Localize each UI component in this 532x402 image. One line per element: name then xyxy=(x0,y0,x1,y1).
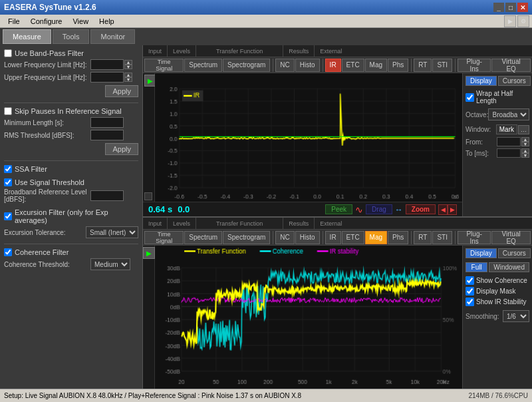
maximize-button[interactable]: □ xyxy=(505,3,516,12)
to-inner: To [ms]: 48.2 ▲ ▼ xyxy=(466,148,529,158)
top-btn-ir[interactable]: IR xyxy=(325,59,341,72)
tab-tools[interactable]: Tools xyxy=(53,29,90,44)
menubar-icon-2[interactable]: ⚙ xyxy=(517,15,529,27)
bot-results-header: Results xyxy=(283,218,315,229)
zoom-in-button[interactable]: ◀ xyxy=(438,204,448,215)
show-ir-label: Show IR Stability xyxy=(476,298,527,305)
ssa-checkbox[interactable] xyxy=(4,165,12,173)
signal-threshold-checkbox[interactable] xyxy=(4,178,12,186)
bot-btn-histo[interactable]: Histo xyxy=(295,231,320,244)
from-down[interactable]: ▼ xyxy=(521,142,529,146)
bot-btn-rt[interactable]: RT xyxy=(414,231,432,244)
top-btn-mag[interactable]: Mag xyxy=(365,59,387,72)
window-row: Window: Mark … xyxy=(466,124,529,134)
lower-freq-up[interactable]: ▲ xyxy=(124,60,132,65)
top-chart-inner: ▶ xyxy=(143,73,462,202)
bot-external-label: External xyxy=(320,220,342,227)
lower-freq-input[interactable]: 0 xyxy=(90,59,124,70)
top-chart-move[interactable] xyxy=(144,192,152,200)
menu-configure[interactable]: Configure xyxy=(25,15,68,27)
play-area: ▶ xyxy=(143,73,155,202)
peek-button[interactable]: Peek xyxy=(325,204,352,214)
windowed-button[interactable]: Windowed xyxy=(489,262,529,272)
smoothing-select[interactable]: Off 1/48 1/24 1/12 1/6 1/3 1/1 xyxy=(503,310,529,322)
bot-btn-virtualeq[interactable]: Virtual EQ xyxy=(491,231,531,244)
top-btn-rt[interactable]: RT xyxy=(414,59,432,72)
bot-cursors-tab[interactable]: Cursors xyxy=(498,248,531,258)
bot-btn-plugins[interactable]: Plug-Ins xyxy=(458,231,491,244)
top-btn-timesignal[interactable]: Time Signal xyxy=(144,59,184,72)
bot-btn-sti[interactable]: STI xyxy=(432,231,452,244)
top-btn-phs[interactable]: Phs xyxy=(388,59,408,72)
menu-file[interactable]: File xyxy=(3,15,25,27)
bot-play-button[interactable]: ▶ xyxy=(143,247,155,259)
to-input[interactable]: 48.2 xyxy=(497,148,521,158)
wrap-checkbox[interactable] xyxy=(466,93,474,102)
bot-btn-ir[interactable]: IR xyxy=(325,231,341,244)
window-btn[interactable]: … xyxy=(518,125,529,134)
to-down[interactable]: ▼ xyxy=(521,153,529,158)
top-cursors-tab[interactable]: Cursors xyxy=(498,76,531,86)
band-pass-apply-button[interactable]: Apply xyxy=(105,85,138,97)
bot-btn-timesignal[interactable]: Time Signal xyxy=(144,231,184,244)
from-input[interactable]: -1.8 xyxy=(497,137,521,146)
coherence-checkbox[interactable] xyxy=(4,248,12,256)
tab-monitor[interactable]: Monitor xyxy=(90,29,135,44)
bot-btn-spectrogram[interactable]: Spectrogram xyxy=(223,231,270,244)
close-button[interactable]: ✕ xyxy=(517,3,528,12)
to-input-wrap: 48.2 ▲ ▼ xyxy=(497,148,529,158)
zoom-out-button[interactable]: ▶ xyxy=(448,204,457,215)
drag-button[interactable]: Drag xyxy=(366,204,392,214)
top-transfer-btns: IR ETC Mag Phs xyxy=(325,59,412,72)
bot-btn-phs[interactable]: Phs xyxy=(388,231,408,244)
top-btn-spectrogram[interactable]: Spectrogram xyxy=(223,59,270,72)
bot-btn-nc[interactable]: NC xyxy=(275,231,294,244)
rms-threshold-input[interactable]: -60 xyxy=(90,130,124,140)
top-btn-spectrum[interactable]: Spectrum xyxy=(184,59,222,72)
band-pass-checkbox[interactable] xyxy=(4,49,12,57)
from-label: From: xyxy=(466,138,483,146)
band-pass-label: Use Band-Pass Filter xyxy=(15,49,84,57)
minimize-button[interactable]: _ xyxy=(493,3,504,12)
show-ir-checkbox[interactable] xyxy=(466,298,474,306)
full-button[interactable]: Full xyxy=(466,262,487,272)
skip-pauses-checkbox[interactable] xyxy=(4,107,12,115)
top-transfer-label: Transfer Function xyxy=(216,48,263,55)
top-btn-virtualeq[interactable]: Virtual EQ xyxy=(491,59,531,72)
bot-display-tab[interactable]: Display xyxy=(466,248,497,258)
zoom-button[interactable]: Zoom xyxy=(406,204,436,214)
top-btn-etc[interactable]: ETC xyxy=(342,59,364,72)
bot-btn-etc[interactable]: ETC xyxy=(342,231,364,244)
octave-select[interactable]: Broadband 1/1 1/3 1/6 1/12 xyxy=(488,108,529,120)
top-btn-histo[interactable]: Histo xyxy=(295,59,320,72)
top-btn-plugins[interactable]: Plug-Ins xyxy=(458,59,491,72)
top-btn-nc[interactable]: NC xyxy=(275,59,294,72)
coherence-threshold-select[interactable]: Low Medium High xyxy=(90,258,130,270)
upper-freq-input[interactable]: 0 xyxy=(90,72,124,83)
from-up[interactable]: ▲ xyxy=(521,137,529,142)
menu-view[interactable]: View xyxy=(67,15,94,27)
upper-freq-down[interactable]: ▼ xyxy=(124,77,132,82)
bot-btn-spectrum[interactable]: Spectrum xyxy=(184,231,222,244)
top-btn-sti[interactable]: STI xyxy=(432,59,452,72)
top-levels-group-header: Levels xyxy=(168,45,196,57)
broadband-input[interactable]: -60 xyxy=(90,190,124,201)
menubar-icon-1[interactable]: ▶ xyxy=(504,15,516,27)
band-pass-checkbox-row: Use Band-Pass Filter xyxy=(4,49,138,57)
tab-measure[interactable]: Measure xyxy=(3,29,51,44)
top-results-btns: RT STI xyxy=(414,59,456,72)
show-coherence-checkbox[interactable] xyxy=(466,276,474,285)
excursion-checkbox[interactable] xyxy=(4,212,12,220)
lower-freq-down[interactable]: ▼ xyxy=(124,65,132,69)
excursion-tolerance-select[interactable]: Small (Inert) Medium Large xyxy=(86,226,138,238)
bot-btn-mag[interactable]: Mag xyxy=(365,231,387,244)
to-spin: ▲ ▼ xyxy=(521,148,529,158)
menu-help[interactable]: Help xyxy=(94,15,120,27)
upper-freq-up[interactable]: ▲ xyxy=(124,73,132,77)
to-up[interactable]: ▲ xyxy=(521,148,529,153)
display-mask-checkbox[interactable] xyxy=(466,287,474,296)
top-display-tab[interactable]: Display xyxy=(466,76,497,86)
min-length-input[interactable]: 0.5 xyxy=(90,117,124,128)
skip-pauses-apply-button[interactable]: Apply xyxy=(105,143,138,155)
chart-time-display: 0.64 s xyxy=(148,204,172,214)
